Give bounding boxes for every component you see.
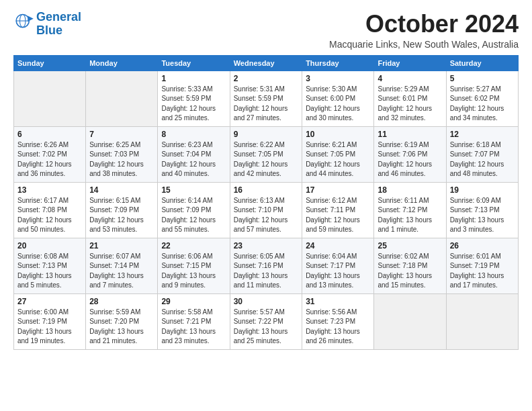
calendar-cell: 19Sunrise: 6:09 AM Sunset: 7:13 PM Dayli… [446,182,518,238]
calendar-cell [14,71,86,126]
calendar-cell: 6Sunrise: 6:26 AM Sunset: 7:02 PM Daylig… [14,126,86,182]
day-detail: Sunrise: 5:29 AM Sunset: 6:01 PM Dayligh… [378,85,442,124]
day-number: 2 [234,74,298,83]
day-number: 30 [234,297,298,306]
weekday-header-thursday: Thursday [302,55,374,71]
weekday-header-tuesday: Tuesday [158,55,230,71]
calendar-cell: 29Sunrise: 5:58 AM Sunset: 7:21 PM Dayli… [158,293,230,349]
calendar-cell: 24Sunrise: 6:04 AM Sunset: 7:17 PM Dayli… [302,238,374,293]
calendar-week-row: 1Sunrise: 5:33 AM Sunset: 5:59 PM Daylig… [14,71,519,126]
calendar-cell: 22Sunrise: 6:06 AM Sunset: 7:15 PM Dayli… [158,238,230,293]
day-detail: Sunrise: 5:31 AM Sunset: 5:59 PM Dayligh… [234,85,298,124]
day-number: 26 [450,241,515,250]
day-number: 31 [306,297,370,306]
page-header: General Blue October 2024 Macquarie Link… [13,11,519,50]
day-number: 29 [161,297,226,306]
calendar-cell: 18Sunrise: 6:11 AM Sunset: 7:12 PM Dayli… [374,182,446,238]
calendar-cell: 5Sunrise: 5:27 AM Sunset: 6:02 PM Daylig… [446,71,518,126]
calendar-cell: 1Sunrise: 5:33 AM Sunset: 5:59 PM Daylig… [158,71,230,126]
calendar-cell: 11Sunrise: 6:19 AM Sunset: 7:06 PM Dayli… [374,126,446,182]
day-number: 28 [89,297,154,306]
day-number: 18 [378,185,442,195]
day-detail: Sunrise: 6:14 AM Sunset: 7:09 PM Dayligh… [161,196,226,235]
calendar-cell: 12Sunrise: 6:18 AM Sunset: 7:07 PM Dayli… [446,126,518,182]
svg-marker-3 [28,15,34,21]
day-detail: Sunrise: 6:13 AM Sunset: 7:10 PM Dayligh… [234,196,298,235]
calendar-cell: 13Sunrise: 6:17 AM Sunset: 7:08 PM Dayli… [14,182,86,238]
day-detail: Sunrise: 6:19 AM Sunset: 7:06 PM Dayligh… [378,140,442,179]
day-detail: Sunrise: 5:56 AM Sunset: 7:23 PM Dayligh… [306,308,370,347]
day-detail: Sunrise: 6:17 AM Sunset: 7:08 PM Dayligh… [17,196,82,235]
day-detail: Sunrise: 6:09 AM Sunset: 7:13 PM Dayligh… [450,196,515,235]
day-detail: Sunrise: 6:05 AM Sunset: 7:16 PM Dayligh… [234,252,298,291]
day-number: 17 [306,185,370,195]
day-number: 10 [306,130,370,139]
calendar-cell: 9Sunrise: 6:22 AM Sunset: 7:05 PM Daylig… [230,126,302,182]
calendar-cell: 7Sunrise: 6:25 AM Sunset: 7:03 PM Daylig… [86,126,158,182]
calendar-cell: 16Sunrise: 6:13 AM Sunset: 7:10 PM Dayli… [230,182,302,238]
weekday-header-friday: Friday [374,55,446,71]
day-number: 4 [378,74,442,83]
calendar-cell: 27Sunrise: 6:00 AM Sunset: 7:19 PM Dayli… [14,293,86,349]
day-number: 24 [306,241,370,250]
day-detail: Sunrise: 6:15 AM Sunset: 7:09 PM Dayligh… [89,196,154,235]
day-number: 25 [378,241,442,250]
day-number: 12 [450,130,515,139]
calendar-cell: 3Sunrise: 5:30 AM Sunset: 6:00 PM Daylig… [302,71,374,126]
calendar-cell: 25Sunrise: 6:02 AM Sunset: 7:18 PM Dayli… [374,238,446,293]
day-detail: Sunrise: 6:11 AM Sunset: 7:12 PM Dayligh… [378,196,442,235]
calendar-week-row: 20Sunrise: 6:08 AM Sunset: 7:13 PM Dayli… [14,238,519,293]
logo-blue: Blue [36,24,62,37]
calendar-cell: 28Sunrise: 5:59 AM Sunset: 7:20 PM Dayli… [86,293,158,349]
day-number: 19 [450,185,515,195]
day-detail: Sunrise: 6:08 AM Sunset: 7:13 PM Dayligh… [17,252,82,291]
calendar-cell: 14Sunrise: 6:15 AM Sunset: 7:09 PM Dayli… [86,182,158,238]
calendar-cell: 31Sunrise: 5:56 AM Sunset: 7:23 PM Dayli… [302,293,374,349]
month-title: October 2024 [329,11,519,38]
day-number: 21 [89,241,154,250]
day-detail: Sunrise: 6:01 AM Sunset: 7:19 PM Dayligh… [450,252,515,291]
day-detail: Sunrise: 6:18 AM Sunset: 7:07 PM Dayligh… [450,140,515,179]
weekday-header-monday: Monday [86,55,158,71]
day-number: 6 [17,130,82,139]
logo-general: General [36,10,81,24]
calendar-cell: 30Sunrise: 5:57 AM Sunset: 7:22 PM Dayli… [230,293,302,349]
day-detail: Sunrise: 6:06 AM Sunset: 7:15 PM Dayligh… [161,252,226,291]
day-number: 13 [17,185,82,195]
day-detail: Sunrise: 5:27 AM Sunset: 6:02 PM Dayligh… [450,85,515,124]
day-number: 1 [161,74,226,83]
day-number: 20 [17,241,82,250]
calendar-cell [86,71,158,126]
day-detail: Sunrise: 5:30 AM Sunset: 6:00 PM Dayligh… [306,85,370,124]
day-detail: Sunrise: 5:59 AM Sunset: 7:20 PM Dayligh… [89,308,154,347]
day-number: 5 [450,74,515,83]
day-detail: Sunrise: 5:57 AM Sunset: 7:22 PM Dayligh… [234,308,298,347]
day-detail: Sunrise: 6:23 AM Sunset: 7:04 PM Dayligh… [161,140,226,179]
calendar-cell: 4Sunrise: 5:29 AM Sunset: 6:01 PM Daylig… [374,71,446,126]
day-number: 3 [306,74,370,83]
weekday-header-saturday: Saturday [446,55,518,71]
day-number: 23 [234,241,298,250]
calendar-week-row: 27Sunrise: 6:00 AM Sunset: 7:19 PM Dayli… [14,293,519,349]
calendar-cell [446,293,518,349]
day-number: 27 [17,297,82,306]
calendar-cell: 10Sunrise: 6:21 AM Sunset: 7:05 PM Dayli… [302,126,374,182]
day-detail: Sunrise: 6:02 AM Sunset: 7:18 PM Dayligh… [378,252,442,291]
day-detail: Sunrise: 6:21 AM Sunset: 7:05 PM Dayligh… [306,140,370,179]
day-detail: Sunrise: 6:26 AM Sunset: 7:02 PM Dayligh… [17,140,82,179]
day-number: 7 [89,130,154,139]
calendar-cell: 21Sunrise: 6:07 AM Sunset: 7:14 PM Dayli… [86,238,158,293]
day-number: 16 [234,185,298,195]
calendar-week-row: 13Sunrise: 6:17 AM Sunset: 7:08 PM Dayli… [14,182,519,238]
calendar-week-row: 6Sunrise: 6:26 AM Sunset: 7:02 PM Daylig… [14,126,519,182]
calendar-cell: 8Sunrise: 6:23 AM Sunset: 7:04 PM Daylig… [158,126,230,182]
location-title: Macquarie Links, New South Wales, Austra… [329,39,519,50]
day-number: 8 [161,130,226,139]
day-number: 14 [89,185,154,195]
calendar-cell: 17Sunrise: 6:12 AM Sunset: 7:11 PM Dayli… [302,182,374,238]
logo: General Blue [13,11,81,38]
day-detail: Sunrise: 6:00 AM Sunset: 7:19 PM Dayligh… [17,308,82,347]
day-detail: Sunrise: 6:22 AM Sunset: 7:05 PM Dayligh… [234,140,298,179]
day-number: 11 [378,130,442,139]
calendar-table: SundayMondayTuesdayWednesdayThursdayFrid… [13,55,519,350]
